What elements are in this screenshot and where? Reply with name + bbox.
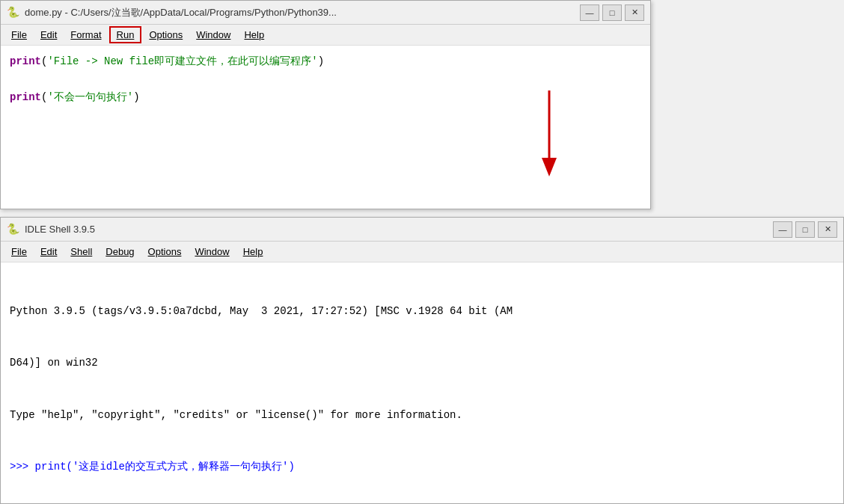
- close-icon: ✕: [632, 7, 638, 17]
- string-2: '不会一句句执行': [47, 91, 133, 103]
- keyword-print-1: print: [10, 55, 41, 67]
- shell-menu-bar: File Edit Shell Debug Options Window Hel…: [1, 242, 843, 262]
- shell-content-area[interactable]: Python 3.9.5 (tags/v3.9.5:0a7dcbd, May 3…: [1, 262, 843, 504]
- interactive-input-line: >>> print('这是idle的交互式方式，解释器一句句执行'): [10, 458, 834, 476]
- python-version-line1: Python 3.9.5 (tags/v3.9.5:0a7dcbd, May 3…: [10, 303, 834, 320]
- shell-title-left: 🐍 IDLE Shell 3.9.5: [7, 223, 95, 236]
- editor-title-bar: 🐍 dome.py - C:/Users/泣当歌/AppData/Local/P…: [1, 1, 650, 25]
- python-icon: 🐍: [7, 6, 20, 19]
- shell-minimize-button[interactable]: —: [773, 221, 792, 238]
- editor-window: 🐍 dome.py - C:/Users/泣当歌/AppData/Local/P…: [0, 0, 651, 209]
- paren-close-2: ): [133, 91, 139, 103]
- python-version-line2: D64)] on win32: [10, 354, 834, 372]
- svg-marker-1: [542, 158, 557, 176]
- editor-menu-help[interactable]: Help: [238, 28, 270, 42]
- paren-close-1: ): [318, 55, 324, 67]
- shell-python-icon: 🐍: [7, 223, 20, 236]
- editor-menu-run[interactable]: Run: [109, 26, 142, 43]
- editor-menu-file[interactable]: File: [5, 28, 33, 42]
- editor-title-left: 🐍 dome.py - C:/Users/泣当歌/AppData/Local/P…: [7, 6, 337, 19]
- editor-minimize-button[interactable]: —: [580, 4, 599, 21]
- shell-window: 🐍 IDLE Shell 3.9.5 — □ ✕ File Edit Shell…: [0, 217, 844, 504]
- shell-close-button[interactable]: ✕: [818, 221, 837, 238]
- editor-title-text: dome.py - C:/Users/泣当歌/AppData/Local/Pro…: [25, 6, 337, 19]
- keyword-print-2: print: [10, 91, 41, 103]
- editor-menu-window[interactable]: Window: [190, 28, 236, 42]
- shell-minimize-icon: —: [779, 225, 787, 234]
- shell-title-bar: 🐍 IDLE Shell 3.9.5 — □ ✕: [1, 218, 843, 242]
- minimize-icon: —: [586, 8, 594, 17]
- string-1: 'File -> New file即可建立文件，在此可以编写程序': [47, 55, 317, 67]
- shell-menu-file[interactable]: File: [5, 245, 33, 259]
- editor-title-controls: — □ ✕: [580, 4, 644, 21]
- code-line-1: print('File -> New file即可建立文件，在此可以编写程序'): [10, 53, 641, 71]
- editor-menu-edit[interactable]: Edit: [34, 28, 63, 42]
- editor-menu-format[interactable]: Format: [64, 28, 107, 42]
- editor-code-area[interactable]: print('File -> New file即可建立文件，在此可以编写程序')…: [1, 46, 650, 114]
- shell-title-text: IDLE Shell 3.9.5: [25, 224, 95, 235]
- shell-menu-help[interactable]: Help: [237, 245, 269, 259]
- shell-menu-debug[interactable]: Debug: [100, 245, 140, 259]
- maximize-icon: □: [610, 8, 615, 17]
- shell-close-icon: ✕: [825, 224, 831, 234]
- shell-maximize-icon: □: [803, 225, 808, 234]
- shell-maximize-button[interactable]: □: [795, 221, 815, 238]
- editor-close-button[interactable]: ✕: [625, 4, 644, 21]
- red-arrow-indicator: [538, 90, 560, 187]
- shell-menu-shell[interactable]: Shell: [64, 245, 98, 259]
- type-help-line: Type "help", "copyright", "credits" or "…: [10, 407, 834, 424]
- editor-maximize-button[interactable]: □: [602, 4, 622, 21]
- shell-menu-options[interactable]: Options: [142, 245, 188, 259]
- code-line-blank: [10, 71, 641, 89]
- shell-menu-window[interactable]: Window: [189, 245, 235, 259]
- editor-menu-options[interactable]: Options: [143, 28, 189, 42]
- shell-menu-edit[interactable]: Edit: [34, 245, 63, 259]
- shell-title-controls: — □ ✕: [773, 221, 837, 238]
- editor-menu-bar: File Edit Format Run Options Window Help: [1, 25, 650, 46]
